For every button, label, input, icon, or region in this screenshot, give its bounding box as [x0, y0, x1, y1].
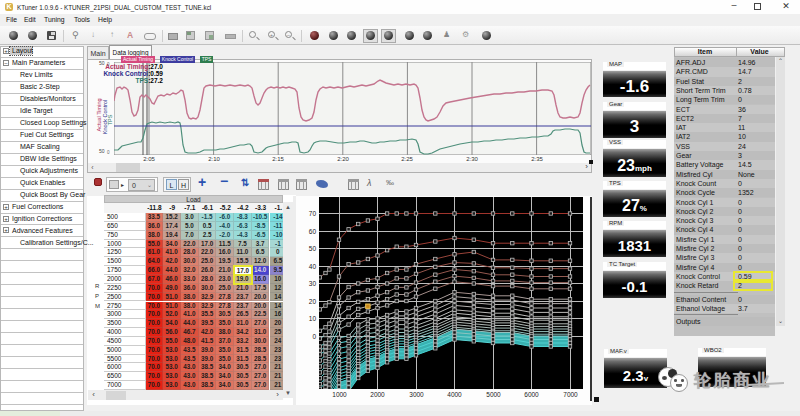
svg-text:6000: 6000 — [524, 391, 539, 398]
svg-text:5000: 5000 — [486, 391, 501, 398]
svg-text:7000: 7000 — [563, 391, 578, 398]
svg-text:4000: 4000 — [447, 391, 462, 398]
svg-text:40: 40 — [309, 263, 317, 270]
svg-text:1000: 1000 — [332, 391, 347, 398]
svg-text:70: 70 — [309, 210, 317, 217]
svg-text:2000: 2000 — [370, 391, 385, 398]
svg-text:3000: 3000 — [409, 391, 424, 398]
svg-text:10: 10 — [309, 315, 317, 322]
svg-text:30: 30 — [309, 280, 317, 287]
svg-text:60: 60 — [309, 228, 317, 235]
svg-text:20: 20 — [309, 298, 317, 305]
svg-text:50: 50 — [309, 245, 317, 252]
svg-text:0: 0 — [312, 333, 316, 340]
